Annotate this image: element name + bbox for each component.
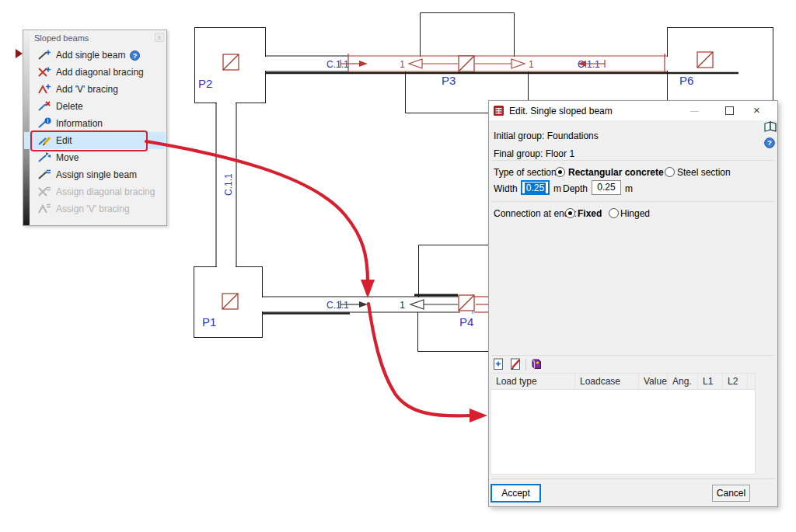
connection-at-ends-label: Connection at ends: <box>494 208 577 219</box>
column-header[interactable]: Value <box>639 374 668 389</box>
radio-hinged[interactable] <box>609 208 619 218</box>
toolbar-title: Sloped beams <box>34 33 89 43</box>
assign-v-bracing-icon <box>37 203 52 215</box>
application-canvas: C.1.1 C.1.1 C.1.1 C.1.1 P2 P3 P6 P1 P4 1… <box>0 0 796 532</box>
column-header[interactable]: L2 <box>723 374 748 389</box>
svg-text:?: ? <box>133 51 138 59</box>
radio-rectangular-concrete[interactable] <box>555 167 565 177</box>
column-header[interactable]: Loadcase <box>575 374 639 389</box>
menu-item-assign-diagonal-bracing[interactable]: Assign diagonal bracing <box>24 183 166 200</box>
menu-item-add-v-bracing[interactable]: Add 'V' bracing <box>24 81 166 98</box>
loads-table[interactable]: Load type Loadcase Value Ang. L1 L2 <box>491 373 756 475</box>
assign-single-beam-icon <box>37 169 52 181</box>
menu-item-label: Edit <box>56 135 72 146</box>
beam-label: C.1.1 <box>223 173 234 196</box>
radio-fixed-label[interactable]: Fixed <box>578 208 602 219</box>
move-icon <box>37 151 52 164</box>
menu-item-assign-single-beam[interactable]: Assign single beam <box>24 166 166 183</box>
toolbar-items: Add single beam ? Add diagonal bracing <box>24 47 166 217</box>
divider <box>491 355 775 356</box>
initial-group-text: Initial group: Foundations <box>494 130 599 141</box>
divider <box>491 160 775 161</box>
column-p2 <box>223 54 239 70</box>
width-input[interactable]: 0.25 <box>521 180 550 195</box>
depth-input[interactable]: 0.25 <box>592 180 621 195</box>
loads-toolbar <box>493 358 543 370</box>
accept-button[interactable]: Accept <box>491 484 541 502</box>
dialog-title: Edit. Single sloped beam <box>509 106 613 116</box>
column-header[interactable]: Load type <box>491 374 575 389</box>
radio-hinged-label[interactable]: Hinged <box>620 208 650 219</box>
radio-rectangular-concrete-label[interactable]: Rectangular concrete <box>568 167 664 178</box>
menu-item-label: Add diagonal bracing <box>56 67 144 78</box>
svg-text:?: ? <box>767 138 772 147</box>
pad-p3-upper[interactable] <box>421 13 515 57</box>
cancel-button[interactable]: Cancel <box>712 485 750 502</box>
menu-item-label: Add 'V' bracing <box>56 84 118 95</box>
column-header[interactable]: L1 <box>698 374 723 389</box>
sloped-beams-toolbar: Sloped beams x Add single beam ? <box>23 30 167 226</box>
close-icon[interactable]: × <box>753 103 760 116</box>
depth-unit: m <box>625 183 633 194</box>
app-icon <box>494 106 504 116</box>
menu-item-label: Information <box>56 118 103 129</box>
column-p3 <box>459 56 474 71</box>
menu-item-edit[interactable]: Edit <box>24 132 166 149</box>
menu-item-label: Delete <box>56 101 83 112</box>
add-single-beam-icon <box>37 49 52 61</box>
delete-icon <box>37 100 52 113</box>
span-number: 1 <box>400 300 405 311</box>
span-number: 1 <box>529 59 534 70</box>
column-label: P4 <box>459 315 473 329</box>
add-v-bracing-icon <box>37 83 52 96</box>
menu-item-delete[interactable]: Delete <box>24 98 166 115</box>
menu-item-label: Add single beam <box>56 50 125 61</box>
pad-p6[interactable] <box>668 28 773 106</box>
final-group-text: Final group: Floor 1 <box>494 148 574 159</box>
width-label: Width <box>494 183 518 194</box>
radio-fixed[interactable] <box>565 208 575 218</box>
column-label: P6 <box>679 74 693 87</box>
book-icon[interactable] <box>764 120 777 133</box>
divider <box>491 201 775 202</box>
menu-item-move[interactable]: Move <box>24 149 166 166</box>
help-icon[interactable]: ? <box>130 50 140 61</box>
column-p6 <box>697 52 713 68</box>
menu-item-label: Assign single beam <box>56 169 137 180</box>
menu-item-assign-v-bracing[interactable]: Assign 'V' bracing <box>24 200 166 217</box>
loads-table-header: Load type Loadcase Value Ang. L1 L2 <box>491 374 755 390</box>
menu-item-add-diagonal-bracing[interactable]: Add diagonal bracing <box>24 64 166 81</box>
menu-item-label: Assign diagonal bracing <box>56 186 155 197</box>
divider <box>491 478 775 479</box>
add-diagonal-bracing-icon <box>37 66 52 78</box>
help-icon[interactable]: ? <box>764 137 775 148</box>
radio-steel-section[interactable] <box>665 167 675 177</box>
dialog-titlebar[interactable]: Edit. Single sloped beam × <box>489 101 777 120</box>
menu-item-add-single-beam[interactable]: Add single beam ? <box>24 47 166 64</box>
column-label: P3 <box>442 74 456 87</box>
menu-item-information[interactable]: Information <box>24 115 166 132</box>
minimize-icon <box>690 111 699 112</box>
assign-diagonal-bracing-icon <box>37 186 52 198</box>
delete-load-icon[interactable] <box>510 358 522 370</box>
depth-label: Depth <box>563 183 588 194</box>
beam-label: C.1.1 <box>326 59 349 70</box>
add-load-icon[interactable] <box>493 358 504 370</box>
information-icon <box>37 117 52 130</box>
loadcase-book-icon[interactable] <box>530 358 543 370</box>
edit-single-sloped-beam-dialog: Edit. Single sloped beam × ? Initial gro… <box>488 100 778 507</box>
beam-label: C.1.1 <box>326 300 349 311</box>
toolbar-close-button[interactable]: x <box>155 33 164 42</box>
menu-item-label: Move <box>56 152 79 163</box>
column-label: P1 <box>202 315 216 329</box>
type-of-section-label: Type of section <box>494 167 557 178</box>
column-p1 <box>222 294 238 309</box>
column-label: P2 <box>198 77 212 90</box>
active-tool-marker <box>16 49 23 58</box>
maximize-icon[interactable] <box>725 106 734 115</box>
radio-steel-section-label[interactable]: Steel section <box>677 167 731 178</box>
menu-item-label: Assign 'V' bracing <box>56 203 130 214</box>
span-number: 1 <box>400 59 405 70</box>
column-header[interactable]: Ang. <box>668 374 698 389</box>
toolbar-separator <box>525 359 526 370</box>
